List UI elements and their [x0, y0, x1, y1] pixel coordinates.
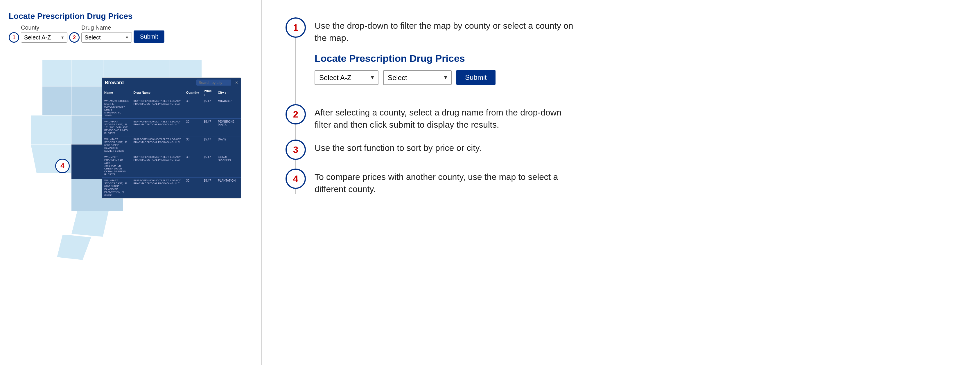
instruction-2-text: After selecting a county, select a drug … — [315, 104, 576, 131]
table-header: Name Drug Name Quantity Price ↕↕ City ↕↕ — [102, 87, 241, 98]
right-county-wrapper[interactable]: Select A-ZBrowardMiami-Dade — [315, 70, 379, 85]
step4-right-badge: 4 — [286, 168, 306, 189]
step1-badge: 1 — [9, 32, 19, 43]
cell-quantity: 30 — [184, 178, 202, 198]
step4-map-badge: 4 — [55, 159, 70, 173]
cell-city: CORAL SPRINGS — [216, 154, 241, 178]
instruction-4-text: To compare prices with another county, u… — [315, 168, 576, 195]
right-panel: 1 Use the drop-down to filter the map by… — [262, 0, 980, 365]
step3-right-badge: 3 — [286, 140, 306, 160]
submit-button[interactable]: Submit — [134, 30, 164, 43]
results-table: Name Drug Name Quantity Price ↕↕ City ↕↕… — [102, 87, 241, 198]
county-shape[interactable] — [42, 60, 71, 86]
cell-drug: IBUPROFEN 800 MG TABLET, LEGACY PHARMACE… — [131, 154, 184, 178]
popup-table: Broward × Name Drug Name Quantity Price … — [102, 78, 241, 198]
right-county-select[interactable]: Select A-ZBrowardMiami-Dade — [315, 70, 379, 85]
drug-group: Drug Name SelectIbuprofen 800mg — [81, 24, 132, 43]
col-price[interactable]: Price ↕↕ — [201, 87, 216, 98]
table-row: WAL MART PHARMACY 10 1387 3881 TURTLE CR… — [102, 154, 241, 178]
county-dropdown-wrapper[interactable]: Select A-ZBrowardMiami-DadePalm Beach — [21, 32, 67, 43]
drug-dropdown-wrapper[interactable]: SelectIbuprofen 800mg — [81, 32, 132, 43]
cell-city: MIRAMAR — [216, 98, 241, 119]
col-quantity[interactable]: Quantity — [184, 87, 202, 98]
instruction-3: 3 Use the sort function to sort by price… — [286, 140, 957, 160]
county-shape[interactable] — [71, 211, 109, 237]
county-select[interactable]: Select A-ZBrowardMiami-DadePalm Beach — [21, 32, 67, 43]
right-submit-button[interactable]: Submit — [456, 70, 496, 85]
cell-drug: IBUPROFEN 800 MG TABLET, LEGACY PHARMACE… — [131, 178, 184, 198]
cell-price: $5.47 — [201, 178, 216, 198]
drug-select[interactable]: SelectIbuprofen 800mg — [81, 32, 132, 43]
form-section: Locate Prescription Drug Prices 1 County… — [9, 12, 253, 43]
right-drug-wrapper[interactable]: SelectIbuprofen 800mg — [383, 70, 452, 85]
cell-name: WAL MART PHARMACY 10 1387 3881 TURTLE CR… — [102, 154, 131, 178]
col-drug[interactable]: Drug Name — [131, 87, 184, 98]
table-body: WALMART STORES EAST, LP 900 UNIVERSITY D… — [102, 98, 241, 198]
county-shape[interactable] — [71, 86, 103, 115]
cell-name: WALMART STORES EAST, LP 900 UNIVERSITY D… — [102, 98, 131, 119]
step2-badge: 2 — [69, 32, 80, 43]
cell-quantity: 30 — [184, 136, 202, 154]
cell-city: PEMBROKE PINES — [216, 119, 241, 136]
county-shape[interactable] — [71, 115, 103, 144]
county-shape[interactable] — [57, 234, 91, 260]
county-shape[interactable] — [42, 86, 71, 115]
cell-city: DAVIE — [216, 136, 241, 154]
cell-quantity: 30 — [184, 119, 202, 136]
right-section-title: Locate Prescription Drug Prices — [315, 53, 957, 64]
county-group: County Select A-ZBrowardMiami-DadePalm B… — [21, 24, 67, 43]
left-panel: Locate Prescription Drug Prices 1 County… — [0, 0, 261, 365]
col-name[interactable]: Name — [102, 87, 131, 98]
cell-city: PLANTATION — [216, 178, 241, 198]
table-row: WAL-MART STORES EAST, LP 6600 S PINE ISL… — [102, 136, 241, 154]
cell-name: WAL-MART STORES EAST, LP 8985 N PINE ISL… — [102, 178, 131, 198]
cell-name: WAL-MART STORES EAST, LP 6600 S PINE ISL… — [102, 136, 131, 154]
popup-close-button[interactable]: × — [235, 80, 238, 85]
cell-price: $5.47 — [201, 136, 216, 154]
map-area: 4 ↗ Broward × Name Drug Name Quantity — [9, 48, 256, 309]
instruction-3-text: Use the sort function to sort by price o… — [315, 140, 482, 154]
table-row: WALMART STORES EAST, LP 900 UNIVERSITY D… — [102, 98, 241, 119]
instruction-1: 1 Use the drop-down to filter the map by… — [286, 17, 957, 95]
cell-price: $5.47 — [201, 119, 216, 136]
instruction-2: 2 After selecting a county, select a dru… — [286, 104, 957, 131]
popup-search-input[interactable] — [196, 79, 231, 86]
cell-quantity: 30 — [184, 98, 202, 119]
county-shape[interactable] — [71, 60, 103, 86]
col-city[interactable]: City ↕↕ — [216, 87, 241, 98]
cell-quantity: 30 — [184, 154, 202, 178]
step1-right-badge: 1 — [286, 17, 306, 38]
county-shape[interactable] — [30, 115, 71, 144]
popup-title: Broward — [105, 80, 124, 85]
right-drug-select[interactable]: SelectIbuprofen 800mg — [383, 70, 452, 85]
cell-name: WAL-MART STORES EAST, LP 151 SW 184TH AV… — [102, 119, 131, 136]
cell-drug: IBUPROFEN 800 MG TABLET, LEGACY PHARMACE… — [131, 119, 184, 136]
inline-form: Select A-ZBrowardMiami-Dade SelectIbupro… — [315, 70, 957, 85]
drug-name-label: Drug Name — [81, 24, 132, 31]
cell-drug: IBUPROFEN 800 MG TABLET, LEGACY PHARMACE… — [131, 98, 184, 119]
cell-price: $5.47 — [201, 98, 216, 119]
cell-price: $5.47 — [201, 154, 216, 178]
cell-drug: IBUPROFEN 800 MG TABLET, LEGACY PHARMACE… — [131, 136, 184, 154]
form-title: Locate Prescription Drug Prices — [9, 12, 253, 21]
popup-search-bar: × — [196, 79, 238, 86]
instruction-1-text: Use the drop-down to filter the map by c… — [315, 17, 576, 44]
instruction-4: 4 To compare prices with another county,… — [286, 168, 957, 195]
step2-right-badge: 2 — [286, 104, 306, 124]
popup-header: Broward × — [102, 78, 241, 87]
county-label: County — [21, 24, 67, 31]
table-row: WAL-MART STORES EAST, LP 151 SW 184TH AV… — [102, 119, 241, 136]
table-row: WAL-MART STORES EAST, LP 8985 N PINE ISL… — [102, 178, 241, 198]
instructions-container: 1 Use the drop-down to filter the map by… — [286, 17, 957, 204]
